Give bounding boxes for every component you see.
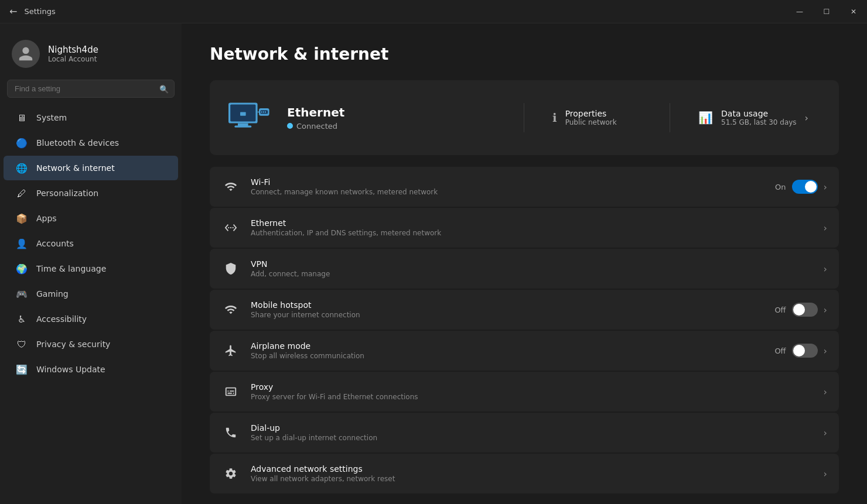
- settings-icon-advanced: [221, 464, 240, 483]
- settings-label-ethernet: Ethernet: [251, 218, 813, 228]
- settings-item-hotspot[interactable]: Mobile hotspot Share your internet conne…: [210, 290, 839, 330]
- settings-text-advanced: Advanced network settings View all netwo…: [251, 464, 813, 483]
- settings-item-advanced[interactable]: Advanced network settings View all netwo…: [210, 454, 839, 493]
- settings-sub-wifi: Connect, manage known networks, metered …: [251, 188, 764, 196]
- settings-item-ethernet[interactable]: Ethernet Authentication, IP and DNS sett…: [210, 208, 839, 248]
- search-box[interactable]: 🔍: [7, 80, 175, 98]
- settings-item-wifi[interactable]: Wi-Fi Connect, manage known networks, me…: [210, 167, 839, 207]
- toggle-hotspot[interactable]: [792, 303, 818, 317]
- sidebar-item-network[interactable]: 🌐 Network & internet: [4, 156, 178, 180]
- settings-label-airplane: Airplane mode: [251, 341, 764, 351]
- settings-sub-vpn: Add, connect, manage: [251, 270, 813, 278]
- settings-text-ethernet: Ethernet Authentication, IP and DNS sett…: [251, 218, 813, 237]
- settings-text-wifi: Wi-Fi Connect, manage known networks, me…: [251, 177, 764, 196]
- content-area: Network & internet: [182, 23, 867, 504]
- svg-rect-7: [261, 111, 262, 113]
- profile-name: Nightsh4de: [48, 44, 98, 55]
- hero-divider-1: [524, 103, 524, 132]
- settings-text-hotspot: Mobile hotspot Share your internet conne…: [251, 300, 764, 319]
- sidebar-item-time[interactable]: 🌍 Time & language: [4, 256, 178, 281]
- data-usage-chevron: ›: [805, 112, 808, 124]
- settings-text-vpn: VPN Add, connect, manage: [251, 259, 813, 278]
- settings-icon-proxy: [221, 382, 240, 401]
- toggle-wifi[interactable]: [792, 180, 818, 194]
- chevron-vpn: ›: [824, 263, 827, 275]
- maximize-button[interactable]: ☐: [813, 0, 840, 23]
- close-button[interactable]: ✕: [840, 0, 867, 23]
- sidebar-icon-accessibility: ♿: [15, 313, 28, 325]
- svg-rect-9: [265, 111, 266, 113]
- sidebar-item-apps[interactable]: 📦 Apps: [4, 206, 178, 231]
- sidebar-item-update[interactable]: 🔄 Windows Update: [4, 357, 178, 382]
- sidebar-label-gaming: Gaming: [36, 289, 69, 299]
- hero-data-usage[interactable]: 📊 Data usage 51.5 GB, last 30 days ›: [684, 109, 822, 126]
- sidebar-label-accessibility: Accessibility: [36, 314, 87, 324]
- settings-right-airplane: Off ›: [774, 344, 827, 358]
- sidebar-label-network: Network & internet: [36, 163, 115, 173]
- ethernet-status: Connected: [287, 122, 510, 131]
- sidebar-label-privacy: Privacy & security: [36, 340, 110, 349]
- settings-right-vpn: ›: [824, 263, 827, 275]
- settings-item-proxy[interactable]: Proxy Proxy server for Wi-Fi and Etherne…: [210, 372, 839, 412]
- sidebar-icon-accounts: 👤: [15, 237, 28, 250]
- chevron-proxy: ›: [824, 386, 827, 397]
- settings-right-dialup: ›: [824, 427, 827, 438]
- sidebar-item-gaming[interactable]: 🎮 Gaming: [4, 282, 178, 306]
- sidebar-item-accounts[interactable]: 👤 Accounts: [4, 231, 178, 256]
- chevron-ethernet: ›: [824, 222, 827, 234]
- hero-prop-text: Properties Public network: [565, 109, 617, 126]
- search-input[interactable]: [7, 80, 175, 98]
- sidebar: Nightsh4de Local Account 🔍 🖥 System 🔵 Bl…: [0, 23, 182, 504]
- sidebar-icon-system: 🖥: [15, 111, 28, 124]
- settings-label-dialup: Dial-up: [251, 423, 813, 433]
- sidebar-label-accounts: Accounts: [36, 239, 74, 248]
- sidebar-icon-gaming: 🎮: [15, 287, 28, 300]
- sidebar-icon-update: 🔄: [15, 363, 28, 376]
- properties-label: Properties: [565, 109, 617, 118]
- chevron-hotspot: ›: [824, 304, 827, 316]
- settings-text-dialup: Dial-up Set up a dial-up internet connec…: [251, 423, 813, 442]
- back-button[interactable]: ←: [9, 6, 17, 17]
- svg-rect-8: [263, 111, 264, 113]
- sidebar-icon-personalization: 🖊: [15, 187, 28, 200]
- chevron-airplane: ›: [824, 345, 827, 356]
- settings-sub-proxy: Proxy server for Wi-Fi and Ethernet conn…: [251, 393, 813, 401]
- minimize-button[interactable]: —: [786, 0, 813, 23]
- sidebar-item-system[interactable]: 🖥 System: [4, 105, 178, 130]
- settings-right-ethernet: ›: [824, 222, 827, 234]
- settings-icon-dialup: [221, 423, 240, 442]
- toggle-label-wifi: On: [775, 183, 786, 191]
- settings-text-airplane: Airplane mode Stop all wireless communic…: [251, 341, 764, 360]
- data-usage-label: Data usage: [721, 109, 797, 118]
- toggle-label-airplane: Off: [774, 347, 786, 355]
- settings-icon-wifi: [221, 177, 240, 196]
- sidebar-item-accessibility[interactable]: ♿ Accessibility: [4, 307, 178, 331]
- sidebar-item-personalization[interactable]: 🖊 Personalization: [4, 181, 178, 205]
- ethernet-hero-name: Ethernet: [287, 105, 510, 119]
- sidebar-icon-privacy: 🛡: [15, 338, 28, 351]
- settings-label-advanced: Advanced network settings: [251, 464, 813, 474]
- settings-icon-vpn: [221, 259, 240, 278]
- ethernet-hero-card[interactable]: Ethernet Connected ℹ Properties Public n…: [210, 80, 839, 155]
- settings-sub-ethernet: Authentication, IP and DNS settings, met…: [251, 229, 813, 237]
- settings-item-airplane[interactable]: Airplane mode Stop all wireless communic…: [210, 331, 839, 371]
- settings-sub-advanced: View all network adapters, network reset: [251, 475, 813, 483]
- status-dot: [287, 123, 293, 129]
- sidebar-label-update: Windows Update: [36, 365, 105, 374]
- profile-section[interactable]: Nightsh4de Local Account: [0, 30, 182, 80]
- titlebar-title: Settings: [24, 7, 55, 16]
- settings-item-vpn[interactable]: VPN Add, connect, manage ›: [210, 249, 839, 289]
- sidebar-icon-bluetooth: 🔵: [15, 136, 28, 149]
- sidebar-label-system: System: [36, 113, 67, 122]
- toggle-airplane[interactable]: [792, 344, 818, 358]
- hero-data-usage-text: Data usage 51.5 GB, last 30 days: [721, 109, 797, 126]
- ethernet-info: Ethernet Connected: [287, 105, 510, 131]
- settings-icon-hotspot: [221, 300, 240, 319]
- sidebar-item-bluetooth[interactable]: 🔵 Bluetooth & devices: [4, 131, 178, 155]
- sidebar-item-privacy[interactable]: 🛡 Privacy & security: [4, 332, 178, 356]
- ethernet-icon-wrap: [226, 94, 273, 141]
- hero-properties[interactable]: ℹ Properties Public network: [538, 109, 656, 126]
- settings-text-proxy: Proxy Proxy server for Wi-Fi and Etherne…: [251, 382, 813, 401]
- settings-item-dialup[interactable]: Dial-up Set up a dial-up internet connec…: [210, 413, 839, 452]
- titlebar: ← Settings — ☐ ✕: [0, 0, 867, 23]
